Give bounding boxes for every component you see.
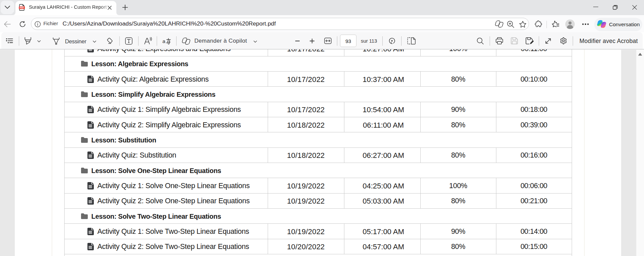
svg-text:a: a bbox=[162, 38, 165, 44]
